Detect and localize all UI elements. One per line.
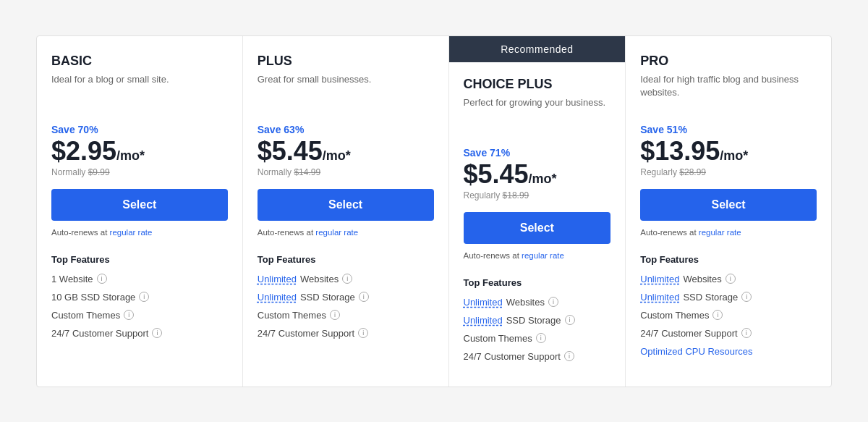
plan-pro-unlimited-storage-link[interactable]: Unlimited	[640, 292, 679, 303]
plan-plus-feature-3: Custom Themes i	[258, 310, 434, 321]
plan-basic-feature-2: 10 GB SSD Storage i	[51, 292, 228, 303]
plan-basic-feature-1: 1 Website i	[51, 274, 228, 284]
plan-choice-plus-name: CHOICE PLUS	[464, 77, 611, 92]
plan-choice-plus-auto-renew: Auto-renews at regular rate	[464, 251, 611, 260]
plan-plus-description: Great for small businesses.	[258, 73, 434, 109]
plan-plus-unlimited-websites-link[interactable]: Unlimited	[258, 274, 297, 284]
pricing-table: BASIC Ideal for a blog or small site. Sa…	[36, 35, 832, 387]
plan-choice-plus: CHOICE PLUS Perfect for growing your bus…	[449, 62, 626, 387]
plan-pro-unlimited-websites-link[interactable]: Unlimited	[640, 274, 679, 284]
plan-basic: BASIC Ideal for a blog or small site. Sa…	[37, 36, 243, 387]
info-icon: i	[726, 274, 736, 284]
plan-basic-auto-renew: Auto-renews at regular rate	[51, 228, 228, 237]
info-icon: i	[741, 328, 752, 338]
info-icon: i	[358, 328, 368, 338]
plan-plus-feature-4: 24/7 Customer Support i	[258, 328, 434, 339]
plan-plus-feature-1: Unlimited Websites i	[258, 274, 434, 284]
plan-choice-plus-feature-1: Unlimited Websites i	[464, 297, 611, 308]
plan-pro-normally: Regularly $28.99	[640, 167, 817, 177]
plan-basic-feature-4: 24/7 Customer Support i	[51, 328, 228, 339]
info-icon: i	[536, 333, 546, 343]
plan-basic-save: Save 70%	[51, 124, 228, 135]
info-icon: i	[741, 292, 752, 302]
plan-pro-auto-renew: Auto-renews at regular rate	[640, 228, 817, 237]
plan-pro: PRO Ideal for high traffic blog and busi…	[626, 36, 831, 387]
plan-choice-plus-feature-4: 24/7 Customer Support i	[464, 351, 611, 362]
info-icon: i	[139, 292, 149, 302]
plan-basic-features-label: Top Features	[51, 254, 228, 265]
plan-choice-plus-save: Save 71%	[464, 147, 611, 159]
plan-plus-price: $5.45/mo*	[258, 138, 434, 164]
info-icon: i	[359, 292, 369, 302]
plan-choice-plus-price: $5.45/mo*	[464, 161, 611, 187]
info-icon: i	[564, 351, 574, 361]
info-icon: i	[330, 310, 340, 320]
plan-plus-unlimited-storage-link[interactable]: Unlimited	[258, 292, 297, 303]
plan-choice-plus-feature-2: Unlimited SSD Storage i	[464, 315, 611, 326]
plan-plus-regular-rate-link[interactable]: regular rate	[315, 228, 358, 237]
plan-basic-regular-rate-link[interactable]: regular rate	[110, 228, 153, 237]
plan-pro-feature-2: Unlimited SSD Storage i	[640, 292, 817, 303]
plan-plus-auto-renew: Auto-renews at regular rate	[258, 228, 434, 237]
info-icon: i	[152, 328, 162, 338]
plan-plus-save: Save 63%	[258, 124, 434, 135]
plan-choice-plus-feature-3: Custom Themes i	[464, 333, 611, 344]
plan-plus-name: PLUS	[258, 54, 434, 69]
plan-basic-description: Ideal for a blog or small site.	[51, 73, 228, 109]
plan-choice-plus-description: Perfect for growing your business.	[464, 96, 611, 132]
info-icon: i	[712, 310, 723, 320]
plan-choice-plus-regular-rate-link[interactable]: regular rate	[522, 251, 564, 260]
plan-pro-regular-rate-link[interactable]: regular rate	[699, 228, 741, 237]
plan-pro-feature-1: Unlimited Websites i	[640, 274, 817, 284]
info-icon: i	[565, 315, 575, 325]
plan-pro-save: Save 51%	[640, 124, 817, 135]
plan-plus-feature-2: Unlimited SSD Storage i	[258, 292, 434, 303]
plan-pro-feature-5: Optimized CPU Resources	[640, 346, 817, 357]
recommended-banner: Recommended	[449, 36, 626, 62]
plan-pro-name: PRO	[640, 54, 817, 69]
plan-pro-select-button[interactable]: Select	[640, 189, 817, 221]
plan-basic-feature-3: Custom Themes i	[51, 310, 228, 321]
plan-plus-features-label: Top Features	[258, 254, 434, 265]
plan-basic-name: BASIC	[51, 54, 228, 69]
plan-pro-feature-4: 24/7 Customer Support i	[640, 328, 817, 339]
plan-choice-plus-features-label: Top Features	[464, 277, 611, 288]
plan-pro-feature-3: Custom Themes i	[640, 310, 817, 321]
plan-basic-select-button[interactable]: Select	[51, 189, 228, 221]
plan-plus-normally: Normally $14.99	[258, 167, 434, 177]
plan-basic-price: $2.95/mo*	[51, 138, 228, 164]
plan-pro-features-label: Top Features	[640, 254, 817, 265]
plan-basic-normally: Normally $9.99	[51, 167, 228, 177]
info-icon: i	[124, 310, 134, 320]
plan-choice-plus-select-button[interactable]: Select	[464, 212, 611, 244]
info-icon: i	[97, 274, 107, 284]
plan-pro-optimized-cpu-link[interactable]: Optimized CPU Resources	[640, 346, 752, 357]
info-icon: i	[548, 297, 558, 307]
plan-pro-description: Ideal for high traffic blog and business…	[640, 73, 817, 109]
plan-choice-plus-wrapper: Recommended CHOICE PLUS Perfect for grow…	[449, 36, 626, 387]
plans-container: BASIC Ideal for a blog or small site. Sa…	[37, 36, 831, 387]
plan-plus: PLUS Great for small businesses. Save 63…	[243, 36, 449, 387]
plan-choice-plus-normally: Regularly $18.99	[464, 190, 611, 201]
plan-plus-select-button[interactable]: Select	[258, 189, 434, 221]
plan-pro-price: $13.95/mo*	[640, 138, 817, 164]
info-icon: i	[342, 274, 352, 284]
